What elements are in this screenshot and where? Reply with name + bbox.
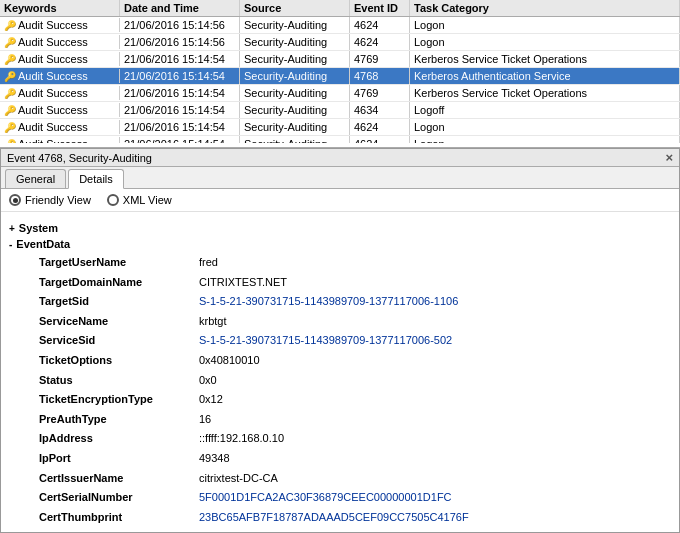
eventdata-section-header[interactable]: - EventData: [9, 238, 671, 250]
table-row[interactable]: 🔑Audit Success21/06/2016 15:14:54Securit…: [0, 119, 680, 136]
view-options: Friendly View XML View: [1, 189, 679, 212]
datetime-cell: 21/06/2016 15:14:54: [120, 119, 240, 135]
datetime-cell: 21/06/2016 15:14:54: [120, 68, 240, 84]
col-header-eventid: Event ID: [350, 0, 410, 16]
table-body: 🔑Audit Success21/06/2016 15:14:56Securit…: [0, 17, 680, 143]
detail-content[interactable]: + System - EventData TargetUserNamefredT…: [1, 212, 679, 532]
tab-general[interactable]: General: [5, 169, 66, 188]
system-section-label: System: [19, 222, 58, 234]
category-cell: Logon: [410, 136, 680, 143]
data-field-row: Status0x0: [39, 372, 671, 390]
category-cell: Logon: [410, 34, 680, 50]
data-field-row: TargetUserNamefred: [39, 254, 671, 272]
radio-friendly-view[interactable]: Friendly View: [9, 194, 91, 206]
keyword-cell: 🔑Audit Success: [0, 137, 120, 143]
detail-title: Event 4768, Security-Auditing: [7, 152, 152, 164]
data-field-row: CertIssuerNamecitrixtest-DC-CA: [39, 470, 671, 488]
field-value: 5F0001D1FCA2AC30F36879CEEC00000001D1FC: [199, 489, 452, 507]
field-key: ServiceName: [39, 313, 199, 331]
keyword-cell: 🔑Audit Success: [0, 69, 120, 83]
col-header-keywords: Keywords: [0, 0, 120, 16]
field-value: 0x12: [199, 391, 223, 409]
source-cell: Security-Auditing: [240, 17, 350, 33]
table-row[interactable]: 🔑Audit Success21/06/2016 15:14:56Securit…: [0, 17, 680, 34]
keyword-cell: 🔑Audit Success: [0, 18, 120, 32]
category-cell: Kerberos Service Ticket Operations: [410, 51, 680, 67]
source-cell: Security-Auditing: [240, 119, 350, 135]
audit-icon: 🔑: [2, 88, 18, 99]
category-cell: Logon: [410, 17, 680, 33]
field-key: Status: [39, 372, 199, 390]
eventid-cell: 4624: [350, 119, 410, 135]
table-row[interactable]: 🔑Audit Success21/06/2016 15:14:54Securit…: [0, 51, 680, 68]
audit-icon: 🔑: [2, 54, 18, 65]
data-field-row: TicketOptions0x40810010: [39, 352, 671, 370]
col-header-taskcategory: Task Category: [410, 0, 680, 16]
keyword-text: Audit Success: [18, 104, 88, 116]
table-row[interactable]: 🔑Audit Success21/06/2016 15:14:54Securit…: [0, 136, 680, 143]
event-log-table: Keywords Date and Time Source Event ID T…: [0, 0, 680, 148]
eventid-cell: 4769: [350, 85, 410, 101]
source-cell: Security-Auditing: [240, 136, 350, 143]
tab-details[interactable]: Details: [68, 169, 124, 189]
audit-icon: 🔑: [2, 105, 18, 116]
field-value: 16: [199, 411, 211, 429]
table-header: Keywords Date and Time Source Event ID T…: [0, 0, 680, 17]
datetime-cell: 21/06/2016 15:14:54: [120, 85, 240, 101]
radio-xml-view[interactable]: XML View: [107, 194, 172, 206]
table-row[interactable]: 🔑Audit Success21/06/2016 15:14:54Securit…: [0, 68, 680, 85]
table-row[interactable]: 🔑Audit Success21/06/2016 15:14:56Securit…: [0, 34, 680, 51]
audit-icon: 🔑: [2, 71, 18, 82]
source-cell: Security-Auditing: [240, 68, 350, 84]
tabs-bar: General Details: [1, 167, 679, 189]
detail-panel: Event 4768, Security-Auditing × General …: [0, 148, 680, 533]
radio-xml-icon: [107, 194, 119, 206]
source-cell: Security-Auditing: [240, 102, 350, 118]
close-button[interactable]: ×: [665, 151, 673, 164]
data-field-row: IpAddress::ffff:192.168.0.10: [39, 430, 671, 448]
field-value: CITRIXTEST.NET: [199, 274, 287, 292]
field-key: PreAuthType: [39, 411, 199, 429]
source-cell: Security-Auditing: [240, 51, 350, 67]
field-value: S-1-5-21-390731715-1143989709-1377117006…: [199, 293, 458, 311]
data-field-row: TargetSidS-1-5-21-390731715-1143989709-1…: [39, 293, 671, 311]
field-value: 23BC65AFB7F18787ADAAAD5CEF09CC7505C4176F: [199, 509, 469, 527]
keyword-text: Audit Success: [18, 36, 88, 48]
field-key: TicketEncryptionType: [39, 391, 199, 409]
datetime-cell: 21/06/2016 15:14:56: [120, 17, 240, 33]
keyword-cell: 🔑Audit Success: [0, 35, 120, 49]
field-key: CertThumbprint: [39, 509, 199, 527]
eventid-cell: 4769: [350, 51, 410, 67]
keyword-cell: 🔑Audit Success: [0, 86, 120, 100]
field-key: ServiceSid: [39, 332, 199, 350]
system-section-header[interactable]: + System: [9, 222, 671, 234]
eventdata-fields: TargetUserNamefredTargetDomainNameCITRIX…: [19, 254, 671, 526]
field-key: IpAddress: [39, 430, 199, 448]
eventid-cell: 4624: [350, 34, 410, 50]
audit-icon: 🔑: [2, 37, 18, 48]
datetime-cell: 21/06/2016 15:14:54: [120, 136, 240, 143]
field-key: TicketOptions: [39, 352, 199, 370]
xml-view-label: XML View: [123, 194, 172, 206]
data-field-row: CertSerialNumber5F0001D1FCA2AC30F36879CE…: [39, 489, 671, 507]
eventid-cell: 4624: [350, 17, 410, 33]
eventid-cell: 4624: [350, 136, 410, 143]
category-cell: Kerberos Service Ticket Operations: [410, 85, 680, 101]
category-cell: Logoff: [410, 102, 680, 118]
data-field-row: TargetDomainNameCITRIXTEST.NET: [39, 274, 671, 292]
table-row[interactable]: 🔑Audit Success21/06/2016 15:14:54Securit…: [0, 85, 680, 102]
field-key: TargetUserName: [39, 254, 199, 272]
system-collapse-icon[interactable]: +: [9, 223, 15, 234]
datetime-cell: 21/06/2016 15:14:54: [120, 51, 240, 67]
audit-icon: 🔑: [2, 122, 18, 133]
friendly-view-label: Friendly View: [25, 194, 91, 206]
eventdata-collapse-icon[interactable]: -: [9, 239, 12, 250]
field-value: S-1-5-21-390731715-1143989709-1377117006…: [199, 332, 452, 350]
table-row[interactable]: 🔑Audit Success21/06/2016 15:14:54Securit…: [0, 102, 680, 119]
source-cell: Security-Auditing: [240, 85, 350, 101]
datetime-cell: 21/06/2016 15:14:56: [120, 34, 240, 50]
keyword-cell: 🔑Audit Success: [0, 120, 120, 134]
field-value: 0x40810010: [199, 352, 260, 370]
data-field-row: TicketEncryptionType0x12: [39, 391, 671, 409]
eventid-cell: 4634: [350, 102, 410, 118]
